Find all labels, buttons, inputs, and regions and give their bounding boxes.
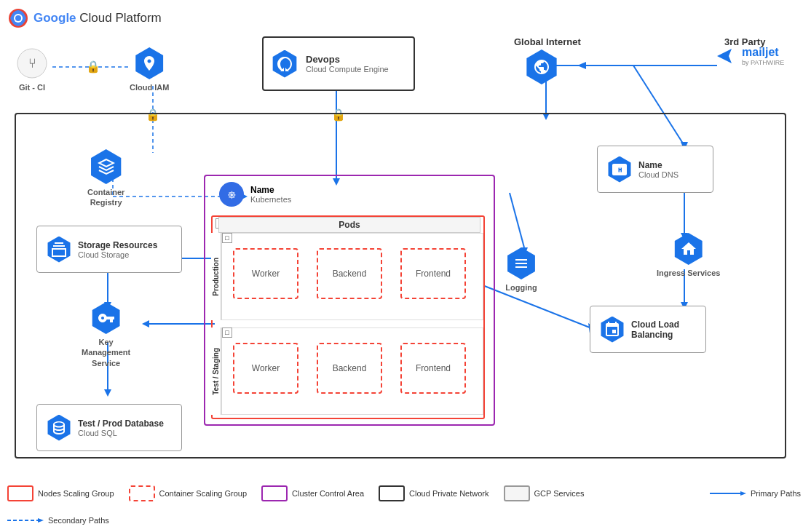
diagram-container: Google Cloud Platform ⑂ Git - CI 🔒 Cloud… [0,0,811,532]
devops-subtitle: Cloud Compute Engine [306,65,389,74]
cloud-load-balancing-box: Cloud Load Balancing [590,306,706,353]
key-management-icon: Key Management Service [82,302,130,368]
key-management-label: Key Management Service [82,337,130,368]
mailjet-arrow-icon [717,45,739,67]
legend-private-box [379,485,405,501]
legend-container-scaling: Container Scaling Group [129,485,247,501]
staging-collapse-icon[interactable]: □ [222,327,232,338]
legend-cloud-private-network: Cloud Private Network [379,485,488,501]
container-frontend-staging: Frontend [400,343,466,394]
container-registry-label: Container Registry [87,187,124,208]
container-worker-prod: Worker [233,248,298,299]
mailjet-byline: by PATHWIRE [742,59,784,66]
container-frontend-prod: Frontend [400,248,466,299]
staging-section: Worker Backend Frontend [221,327,483,415]
gcp-logo-icon [7,7,29,29]
staging-label: Test / Staging [211,327,221,415]
storage-subtitle: Cloud Storage [78,250,157,259]
legend-gcp-box [504,485,530,501]
legend-nodes-box [7,485,33,501]
mailjet-name: mailjet [742,46,784,59]
global-internet-label: Global Internet [514,36,581,47]
svg-text:⎈: ⎈ [228,187,236,202]
production-section: Worker Backend Frontend [221,233,483,320]
legend-cluster-control: Cluster Control Area [261,485,364,501]
container-registry-icon: Container Registry [87,149,124,208]
load-balancing-title: Cloud Load Balancing [631,319,679,340]
cloud-iam-icon: Cloud IAM [130,47,169,92]
svg-point-34 [15,15,21,21]
dns-title: Name [638,160,679,170]
kubernetes-title: Name [250,185,291,195]
svg-marker-29 [577,62,586,69]
container-worker-staging: Worker [233,343,298,394]
db-title: Test / Prod Database [78,418,164,429]
ingress-services-icon: Ingress Services [657,233,720,278]
production-collapse-icon[interactable]: □ [222,233,232,243]
legend-cluster-box [261,485,288,501]
devops-box: Devops Cloud Compute Engine [262,36,415,91]
storage-resources-box: Storage Resources Cloud Storage [36,226,182,273]
db-subtitle: Cloud SQL [78,429,164,437]
svg-text:⑂: ⑂ [28,56,36,71]
ingress-services-label: Ingress Services [657,268,720,278]
mailjet-box: mailjet by PATHWIRE [717,45,784,67]
container-backend-prod: Backend [317,248,382,299]
lock-icon-1: 🔒 [86,60,100,74]
legend-container-box [129,485,155,501]
legend-secondary-paths: Secondary Paths [7,516,109,525]
test-prod-db-box: Test / Prod Database Cloud SQL [36,404,182,451]
logging-icon: Logging [505,247,537,293]
pods-header: Pods [218,217,480,233]
kubernetes-icon: ⎈ [218,181,245,207]
dns-subtitle: Cloud DNS [638,170,679,179]
global-internet-icon [524,49,559,84]
svg-marker-43 [38,518,44,523]
legend-primary-paths: Primary Paths [710,489,801,498]
git-ci-icon: ⑂ Git - CI [16,47,48,92]
svg-marker-37 [717,49,732,63]
header: Google Cloud Platform [7,7,162,29]
container-backend-staging: Backend [317,343,382,394]
storage-title: Storage Resources [78,240,157,250]
logging-label: Logging [505,282,537,293]
devops-title: Devops [306,54,389,65]
legend-nodes-scaling: Nodes Scaling Group [7,485,114,501]
header-title: Google Cloud Platform [33,11,162,25]
legend: Nodes Scaling Group Container Scaling Gr… [7,485,801,525]
production-label: Production [211,233,221,320]
kubernetes-subtitle: Kubernetes [250,195,291,204]
cloud-dns-box: Name Cloud DNS [597,146,713,193]
legend-gcp-services: GCP Services [504,485,585,501]
svg-marker-41 [740,491,746,496]
kubernetes-header: ⎈ Name Kubernetes [213,175,297,213]
